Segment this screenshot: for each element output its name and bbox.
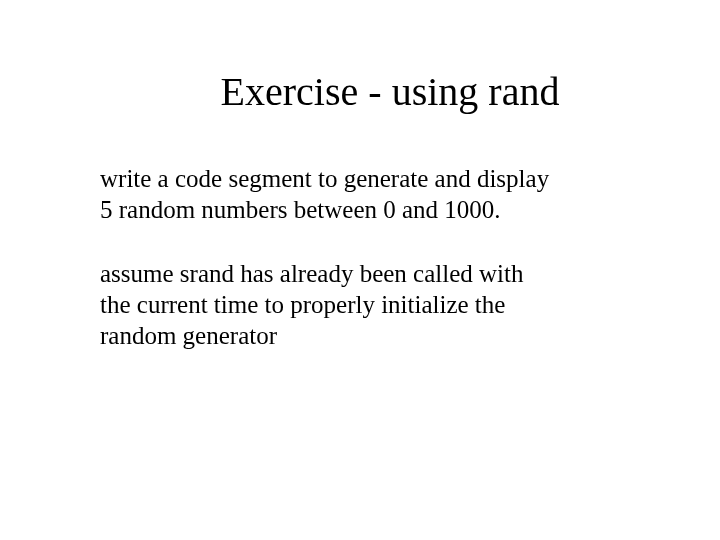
slide-container: Exercise - using rand write a code segme…: [0, 0, 720, 540]
paragraph-1: write a code segment to generate and dis…: [100, 163, 560, 226]
slide-body: write a code segment to generate and dis…: [0, 115, 720, 351]
paragraph-2: assume srand has already been called wit…: [100, 258, 560, 352]
slide-title: Exercise - using rand: [0, 0, 720, 115]
